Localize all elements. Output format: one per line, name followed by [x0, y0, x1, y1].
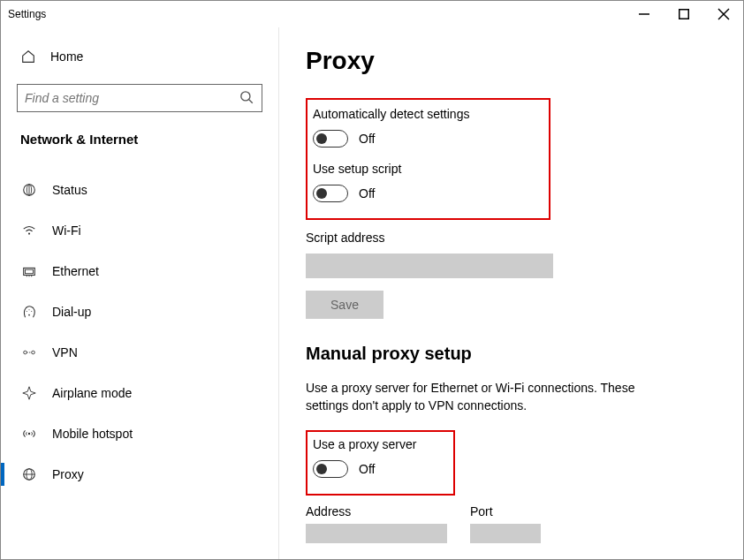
- vpn-icon: [20, 344, 38, 360]
- svg-point-20: [32, 351, 35, 354]
- script-address-input: [306, 254, 553, 278]
- maximize-button[interactable]: [664, 1, 703, 27]
- sidebar-item-wifi[interactable]: Wi-Fi: [1, 210, 278, 251]
- hotspot-icon: [20, 426, 38, 442]
- svg-rect-11: [26, 269, 34, 274]
- highlight-manual-proxy: Use a proxy server Off: [306, 430, 455, 496]
- svg-point-19: [24, 351, 27, 354]
- svg-line-5: [249, 99, 253, 102]
- status-icon: [20, 182, 38, 198]
- auto-detect-toggle[interactable]: [313, 130, 348, 148]
- setup-script-state: Off: [359, 186, 375, 201]
- window-controls: [624, 1, 743, 27]
- sidebar-item-status[interactable]: Status: [1, 170, 278, 210]
- svg-point-22: [28, 433, 30, 435]
- auto-detect-label: Automatically detect settings: [313, 107, 469, 121]
- svg-rect-1: [679, 10, 688, 19]
- sidebar-item-hotspot[interactable]: Mobile hotspot: [1, 413, 278, 454]
- sidebar-item-label: Dial-up: [52, 305, 91, 319]
- proxy-icon: [20, 466, 38, 482]
- setup-script-toggle[interactable]: [313, 185, 348, 202]
- sidebar-item-airplane[interactable]: Airplane mode: [1, 373, 278, 413]
- sidebar-item-label: Airplane mode: [52, 386, 132, 400]
- home-label: Home: [50, 49, 83, 64]
- use-proxy-toggle[interactable]: [313, 460, 348, 478]
- sidebar-item-ethernet[interactable]: Ethernet: [1, 251, 278, 291]
- search-input[interactable]: [25, 91, 239, 105]
- sidebar-item-label: Mobile hotspot: [52, 427, 133, 441]
- home-nav[interactable]: Home: [1, 43, 278, 70]
- sidebar-item-vpn[interactable]: VPN: [1, 332, 278, 373]
- use-proxy-label: Use a proxy server: [313, 437, 416, 451]
- highlight-auto-setup: Automatically detect settings Off Use se…: [306, 98, 550, 220]
- setup-script-label: Use setup script: [313, 162, 469, 176]
- dialup-icon: [20, 304, 38, 320]
- port-input: [470, 524, 541, 543]
- search-box[interactable]: [17, 84, 262, 112]
- sidebar-item-dialup[interactable]: Dial-up: [1, 291, 278, 332]
- svg-point-4: [241, 91, 250, 100]
- search-icon: [239, 89, 254, 108]
- airplane-icon: [20, 385, 38, 401]
- sidebar-item-label: Wi-Fi: [52, 223, 81, 238]
- sidebar-item-proxy[interactable]: Proxy: [1, 454, 278, 495]
- sidebar-item-label: Status: [52, 183, 87, 197]
- window-title: Settings: [8, 8, 46, 20]
- page-title: Proxy: [306, 47, 743, 75]
- close-button[interactable]: [703, 1, 743, 27]
- address-label: Address: [306, 504, 447, 518]
- home-icon: [20, 49, 36, 64]
- save-button: Save: [306, 291, 383, 319]
- wifi-icon: [20, 223, 38, 238]
- minimize-button[interactable]: [624, 1, 664, 27]
- svg-point-15: [28, 314, 30, 316]
- manual-setup-heading: Manual proxy setup: [306, 344, 743, 364]
- sidebar-item-label: Proxy: [52, 467, 84, 481]
- address-input: [306, 524, 447, 543]
- ethernet-icon: [20, 263, 38, 279]
- category-heading: Network & Internet: [1, 130, 278, 152]
- svg-point-9: [28, 233, 30, 235]
- auto-detect-state: Off: [359, 132, 375, 146]
- sidebar-item-label: Ethernet: [52, 264, 99, 278]
- manual-setup-description: Use a proxy server for Ethernet or Wi-Fi…: [306, 380, 677, 414]
- sidebar-item-label: VPN: [52, 345, 78, 359]
- script-address-label: Script address: [306, 231, 743, 245]
- main-panel: Proxy Automatically detect settings Off …: [279, 27, 743, 559]
- sidebar: Home Network & Internet Status Wi-Fi: [1, 27, 279, 559]
- use-proxy-state: Off: [359, 462, 375, 476]
- port-label: Port: [470, 504, 541, 518]
